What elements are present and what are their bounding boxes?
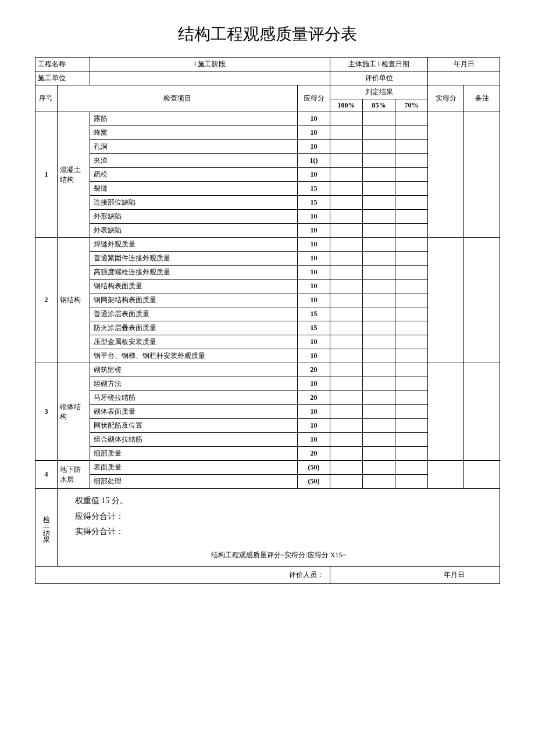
col-actual: 实得分 xyxy=(428,85,464,112)
cell-85[interactable] xyxy=(363,126,395,140)
eval-unit-value[interactable] xyxy=(428,71,500,85)
cell-70[interactable] xyxy=(395,307,428,321)
unit-label: 施工单位 xyxy=(35,71,90,85)
cell-100[interactable] xyxy=(330,391,363,405)
cell-70[interactable] xyxy=(395,196,428,210)
item-score: 10 xyxy=(298,293,330,307)
cell-100[interactable] xyxy=(330,238,363,252)
cell-70[interactable] xyxy=(395,224,428,238)
cell-100[interactable] xyxy=(330,293,363,307)
cell-85[interactable] xyxy=(363,210,395,224)
cell-70[interactable] xyxy=(395,391,428,405)
actual-cell[interactable] xyxy=(428,112,464,238)
cell-100[interactable] xyxy=(330,377,363,391)
cell-85[interactable] xyxy=(363,391,395,405)
cell-100[interactable] xyxy=(330,168,363,182)
cell-70[interactable] xyxy=(395,252,428,266)
cell-70[interactable] xyxy=(395,293,428,307)
cell-70[interactable] xyxy=(395,210,428,224)
cell-100[interactable] xyxy=(330,154,363,168)
cell-85[interactable] xyxy=(363,182,395,196)
cell-85[interactable] xyxy=(363,419,395,433)
cell-70[interactable] xyxy=(395,126,428,140)
cell-100[interactable] xyxy=(330,335,363,349)
cell-100[interactable] xyxy=(330,433,363,447)
cell-100[interactable] xyxy=(330,321,363,335)
item-score: 10 xyxy=(298,112,330,126)
cell-85[interactable] xyxy=(363,293,395,307)
cell-100[interactable] xyxy=(330,182,363,196)
item-score: 10 xyxy=(298,140,330,154)
cell-70[interactable] xyxy=(395,112,428,126)
cell-70[interactable] xyxy=(395,154,428,168)
cell-70[interactable] xyxy=(395,335,428,349)
cell-70[interactable] xyxy=(395,433,428,447)
cell-100[interactable] xyxy=(330,224,363,238)
cell-70[interactable] xyxy=(395,238,428,252)
cell-85[interactable] xyxy=(363,196,395,210)
remark-cell[interactable] xyxy=(464,363,500,461)
cell-70[interactable] xyxy=(395,321,428,335)
actual-cell[interactable] xyxy=(428,238,464,363)
unit-value[interactable] xyxy=(90,71,330,85)
cell-85[interactable] xyxy=(363,140,395,154)
footer-summary-row: 检三结果 权重值 15 分。 应得分合计： 实得分合计： xyxy=(35,489,500,544)
cell-85[interactable] xyxy=(363,335,395,349)
cell-70[interactable] xyxy=(395,168,428,182)
cell-100[interactable] xyxy=(330,363,363,377)
cell-100[interactable] xyxy=(330,349,363,363)
cell-85[interactable] xyxy=(363,280,395,293)
cell-100[interactable] xyxy=(330,266,363,280)
cell-100[interactable] xyxy=(330,447,363,461)
col-pct70: 70% xyxy=(395,99,428,112)
cell-85[interactable] xyxy=(363,307,395,321)
cell-85[interactable] xyxy=(363,154,395,168)
cell-85[interactable] xyxy=(363,363,395,377)
cell-100[interactable] xyxy=(330,112,363,126)
cell-85[interactable] xyxy=(363,224,395,238)
cell-100[interactable] xyxy=(330,252,363,266)
actual-cell[interactable] xyxy=(428,461,464,489)
cell-85[interactable] xyxy=(363,266,395,280)
cell-100[interactable] xyxy=(330,307,363,321)
cell-70[interactable] xyxy=(395,377,428,391)
cell-100[interactable] xyxy=(330,475,363,489)
cell-100[interactable] xyxy=(330,280,363,293)
cell-85[interactable] xyxy=(363,238,395,252)
cell-85[interactable] xyxy=(363,112,395,126)
cell-70[interactable] xyxy=(395,280,428,293)
cell-85[interactable] xyxy=(363,321,395,335)
cell-100[interactable] xyxy=(330,210,363,224)
cell-85[interactable] xyxy=(363,252,395,266)
cell-100[interactable] xyxy=(330,126,363,140)
cell-100[interactable] xyxy=(330,419,363,433)
cell-85[interactable] xyxy=(363,475,395,489)
cell-70[interactable] xyxy=(395,182,428,196)
cell-85[interactable] xyxy=(363,349,395,363)
cell-85[interactable] xyxy=(363,433,395,447)
remark-cell[interactable] xyxy=(464,238,500,363)
stage-label: I 施工阶段 xyxy=(90,58,330,71)
cell-85[interactable] xyxy=(363,377,395,391)
cell-70[interactable] xyxy=(395,461,428,475)
remark-cell[interactable] xyxy=(464,112,500,238)
cell-100[interactable] xyxy=(330,140,363,154)
cell-85[interactable] xyxy=(363,461,395,475)
actual-cell[interactable] xyxy=(428,363,464,461)
cell-85[interactable] xyxy=(363,447,395,461)
item-name: 外表缺陷 xyxy=(90,224,297,238)
remark-cell[interactable] xyxy=(464,461,500,489)
cell-70[interactable] xyxy=(395,363,428,377)
cell-100[interactable] xyxy=(330,196,363,210)
cell-100[interactable] xyxy=(330,461,363,475)
cell-70[interactable] xyxy=(395,140,428,154)
cell-70[interactable] xyxy=(395,266,428,280)
cell-70[interactable] xyxy=(395,349,428,363)
cell-85[interactable] xyxy=(363,168,395,182)
cell-70[interactable] xyxy=(395,405,428,419)
cell-100[interactable] xyxy=(330,405,363,419)
cell-70[interactable] xyxy=(395,419,428,433)
cell-70[interactable] xyxy=(395,447,428,461)
cell-70[interactable] xyxy=(395,475,428,489)
cell-85[interactable] xyxy=(363,405,395,419)
